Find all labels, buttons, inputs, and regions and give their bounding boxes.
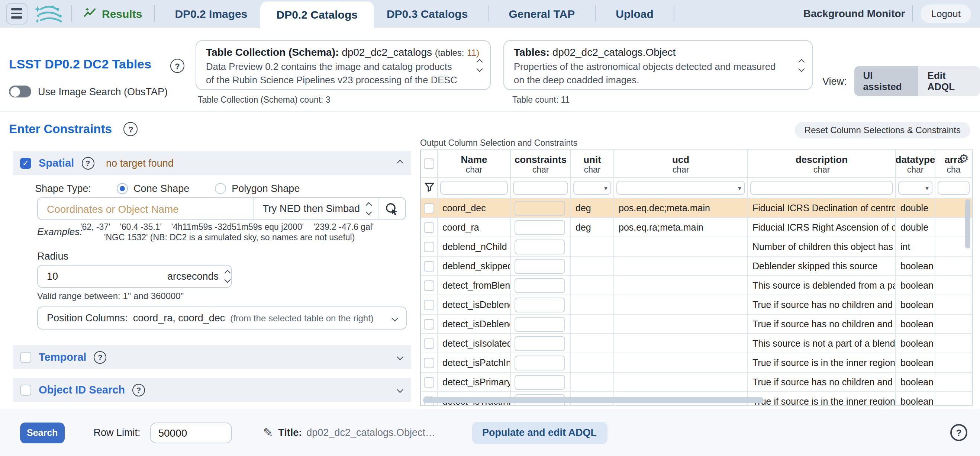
spatial-checkbox[interactable]: ✓ [20, 157, 31, 169]
header-unit[interactable]: unitchar [571, 150, 614, 177]
row-checkbox[interactable] [424, 357, 434, 368]
coordinates-input[interactable] [38, 203, 253, 215]
header-datatype[interactable]: datatypechar [896, 150, 935, 177]
table-row[interactable]: detect_fromBlend This source is deblende… [421, 276, 972, 295]
row-constraint-input[interactable] [514, 297, 565, 312]
tables-help-icon[interactable]: ? [170, 59, 185, 73]
row-checkbox[interactable] [424, 261, 434, 271]
table-row[interactable]: deblend_skipped Deblender skipped this s… [421, 257, 972, 276]
resolver-select[interactable]: Try NED then Simbad [253, 203, 367, 214]
expand-chevron-icon[interactable] [397, 387, 403, 393]
table-selector[interactable]: Tables: dp02_dc2_catalogs.Object Propert… [503, 40, 813, 90]
row-constraint-input[interactable] [514, 239, 565, 254]
cell-arraysize [935, 295, 972, 314]
schema-selector[interactable]: Table Collection (Schema): dp02_dc2_cata… [196, 40, 491, 90]
search-button[interactable]: Search [20, 422, 64, 443]
spatial-section-header[interactable]: ✓ Spatial ? no target found [13, 151, 411, 175]
hamburger-menu-button[interactable] [6, 3, 27, 24]
tab-dp02-images[interactable]: DP0.2 Images [162, 0, 260, 27]
row-checkbox[interactable] [424, 203, 434, 213]
position-columns-dropdown[interactable]: Position Columns: coord_ra, coord_dec (f… [37, 306, 407, 330]
radius-unit-select[interactable]: arcseconds [160, 271, 237, 282]
row-checkbox[interactable] [424, 300, 434, 310]
tab-dp02-catalogs[interactable]: DP0.2 Catalogs [260, 2, 374, 27]
page-title: LSST DP0.2 DC2 Tables [9, 57, 151, 72]
horizontal-scrollbar[interactable] [423, 397, 764, 403]
resolver-updown-icon[interactable] [367, 203, 378, 214]
row-constraint-input[interactable] [514, 317, 565, 332]
shape-option-polygon[interactable]: Polygon Shape [215, 183, 300, 194]
radius-input[interactable] [38, 271, 160, 282]
row-checkbox[interactable] [424, 241, 434, 252]
view-option-edit-adql[interactable]: Edit ADQL [919, 66, 980, 96]
table-row[interactable]: detect_isPrimary True if source has no c… [421, 373, 972, 392]
constraints-help-icon[interactable]: ? [124, 122, 138, 136]
header-name[interactable]: Namechar [438, 150, 511, 177]
row-constraint-input[interactable] [514, 258, 565, 273]
filter-funnel-icon[interactable] [424, 181, 434, 195]
header-constraints[interactable]: constraintschar [511, 150, 571, 177]
table-row[interactable]: coord_ra deg pos.eq.ra;meta.main Fiducia… [421, 218, 972, 237]
temporal-section-header[interactable]: Temporal ? [13, 345, 411, 369]
row-constraint-input[interactable] [514, 355, 565, 370]
tab-dp03-catalogs[interactable]: DP0.3 Catalogs [374, 0, 480, 27]
constraints-filter-input[interactable] [513, 181, 568, 195]
table-row[interactable]: detect_isDeblende True if source has no … [421, 315, 972, 334]
temporal-help-icon[interactable]: ? [94, 351, 106, 364]
datatype-filter-select[interactable]: ▾ [898, 181, 932, 195]
row-limit-input[interactable] [150, 422, 232, 443]
table-row[interactable]: detect_isDeblende True if source has no … [421, 295, 972, 315]
table-row[interactable]: coord_dec deg pos.eq.dec;meta.main Fiduc… [421, 199, 972, 218]
table-settings-gear-icon[interactable]: ⚙ [959, 152, 969, 165]
cone-shape-radio[interactable] [116, 183, 127, 194]
footer-help-icon[interactable]: ? [950, 424, 967, 441]
temporal-checkbox[interactable] [20, 351, 31, 363]
chevron-updown-icon[interactable] [799, 59, 804, 71]
row-constraint-input[interactable] [514, 375, 565, 389]
row-constraint-input[interactable] [514, 201, 565, 215]
polygon-shape-radio[interactable] [215, 183, 226, 194]
table-row[interactable]: deblend_nChild Number of children this o… [421, 237, 972, 257]
table-row[interactable]: detect_isPatchInn True if source is in t… [421, 353, 972, 373]
ucd-filter-select[interactable]: ▾ [616, 181, 745, 195]
row-checkbox[interactable] [424, 280, 434, 290]
populate-adql-button[interactable]: Populate and edit ADQL [472, 421, 607, 444]
obstap-toggle[interactable] [9, 86, 31, 97]
row-checkbox[interactable] [424, 377, 434, 387]
collapse-chevron-icon[interactable] [397, 160, 403, 166]
object-id-help-icon[interactable]: ? [132, 383, 145, 396]
reset-columns-button[interactable]: Reset Column Selections & Constraints [795, 122, 970, 139]
vertical-scrollbar[interactable] [965, 199, 970, 249]
background-monitor-button[interactable]: Background Monitor [803, 8, 905, 19]
spatial-help-icon[interactable]: ? [81, 156, 94, 169]
header-ucd[interactable]: ucdchar [614, 150, 748, 177]
row-checkbox[interactable] [424, 222, 434, 233]
target-picker-icon[interactable] [379, 202, 405, 215]
expand-chevron-icon[interactable] [397, 354, 403, 360]
description-filter-input[interactable] [750, 181, 893, 195]
unit-filter-select[interactable]: ▾ [573, 181, 611, 195]
tab-upload[interactable]: Upload [603, 0, 666, 27]
object-id-checkbox[interactable] [20, 384, 31, 395]
row-checkbox[interactable] [424, 338, 434, 349]
radius-field-group: arcseconds [37, 265, 232, 288]
arraysize-filter-input[interactable] [938, 181, 970, 195]
schevron-updown-icon[interactable] [477, 59, 482, 71]
tab-general-tap[interactable]: General TAP [496, 0, 587, 27]
cell-name: detect_isDeblende [438, 314, 511, 334]
view-option-ui-assisted[interactable]: UI assisted [854, 66, 919, 96]
cell-name: deblend_nChild [438, 237, 511, 256]
tab-results[interactable]: Results [80, 7, 146, 20]
row-constraint-input[interactable] [514, 220, 565, 235]
row-constraint-input[interactable] [514, 336, 565, 351]
name-filter-input[interactable] [440, 181, 508, 195]
select-all-checkbox[interactable] [424, 158, 434, 169]
edit-pencil-icon[interactable]: ✎ [263, 426, 273, 440]
shape-option-cone[interactable]: Cone Shape [116, 183, 189, 194]
row-constraint-input[interactable] [514, 278, 565, 293]
header-description[interactable]: descriptionchar [748, 150, 896, 177]
row-checkbox[interactable] [424, 319, 434, 329]
table-row[interactable]: detect_isIsolated This source is not a p… [421, 334, 972, 353]
logout-button[interactable]: Logout [921, 4, 971, 23]
object-id-section-header[interactable]: Object ID Search ? [13, 378, 411, 402]
